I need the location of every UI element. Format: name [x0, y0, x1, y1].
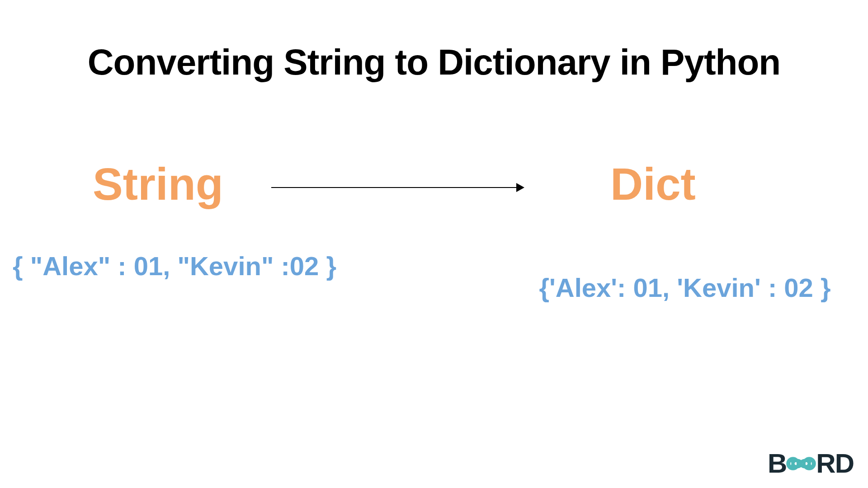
brand-logo: B RD: [768, 448, 854, 479]
dict-label: Dict: [610, 158, 696, 210]
dict-example-text: {'Alex': 01, 'Kevin' : 02 }: [511, 269, 859, 307]
infinity-icon: [785, 455, 817, 473]
string-label: String: [93, 158, 223, 210]
logo-letter-b: B: [768, 448, 786, 479]
string-example-text: { "Alex" : 01, "Kevin" :02 }: [13, 251, 336, 281]
arrow-head-icon: [516, 183, 524, 192]
page-title: Converting String to Dictionary in Pytho…: [0, 42, 868, 83]
logo-letters-rd: RD: [816, 448, 854, 479]
arrow: [271, 183, 524, 192]
arrow-line: [271, 187, 518, 188]
